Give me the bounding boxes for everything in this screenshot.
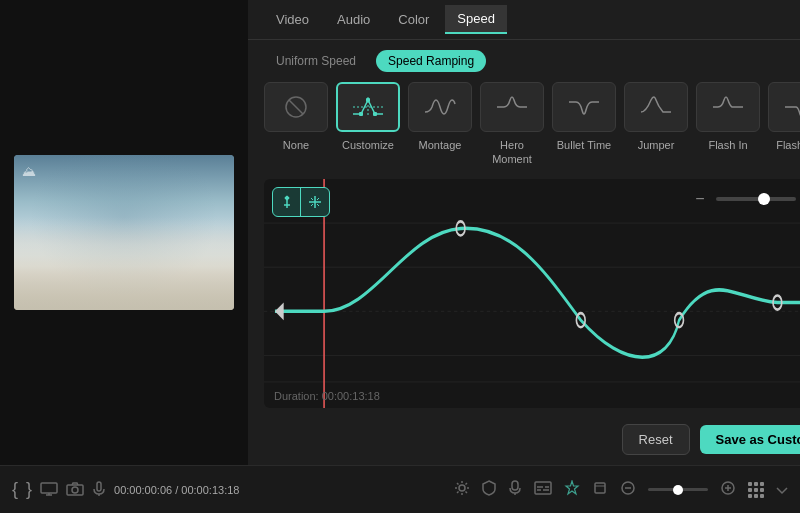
video-preview: ⛰ bbox=[14, 155, 234, 310]
zoom-slider-thumb bbox=[758, 193, 770, 205]
svg-line-1 bbox=[289, 100, 303, 114]
bottom-right-icons bbox=[454, 480, 788, 500]
preset-hero-moment[interactable]: Hero Moment bbox=[480, 82, 544, 167]
preset-flash-in[interactable]: Flash In bbox=[696, 82, 760, 167]
preset-bullet-time-icon-box bbox=[552, 82, 616, 132]
svg-rect-54 bbox=[595, 483, 605, 493]
timeline-time: 00:00:00:06 / 00:00:13:18 bbox=[114, 484, 239, 496]
svg-line-45 bbox=[466, 483, 468, 485]
preset-customize-label: Customize bbox=[342, 138, 394, 152]
video-preview-panel: ⛰ bbox=[0, 0, 248, 465]
zoom-slider-track[interactable] bbox=[716, 197, 796, 201]
captions-icon[interactable] bbox=[534, 481, 552, 499]
mic-icon[interactable] bbox=[508, 480, 522, 500]
preset-bullet-time-label: Bullet Time bbox=[557, 138, 611, 152]
svg-rect-49 bbox=[535, 482, 551, 494]
zoom-out-button[interactable]: − bbox=[690, 189, 710, 209]
mark-in-button[interactable]: { bbox=[12, 479, 18, 500]
audio-icon[interactable] bbox=[92, 481, 106, 499]
preset-flash-out-label: Flash Out bbox=[776, 138, 800, 152]
camera-icon[interactable] bbox=[66, 482, 84, 498]
preset-jumper[interactable]: Jumper bbox=[624, 82, 688, 167]
save-as-custom-button[interactable]: Save as Custom bbox=[700, 425, 800, 454]
preset-none-label: None bbox=[283, 138, 309, 152]
main-tabs: Video Audio Color Speed bbox=[248, 0, 800, 40]
preset-montage-label: Montage bbox=[419, 138, 462, 152]
preset-none[interactable]: None bbox=[264, 82, 328, 167]
reset-button[interactable]: Reset bbox=[622, 424, 690, 455]
preset-none-icon-box bbox=[264, 82, 328, 132]
svg-rect-36 bbox=[97, 482, 101, 491]
preset-flash-out[interactable]: Flash Out bbox=[768, 82, 800, 167]
chevron-down-icon[interactable] bbox=[776, 481, 788, 499]
mark-out-button[interactable]: } bbox=[26, 479, 32, 500]
svg-line-19 bbox=[317, 204, 319, 206]
preset-flash-out-icon-box bbox=[768, 82, 800, 132]
svg-line-16 bbox=[311, 198, 313, 200]
tab-color[interactable]: Color bbox=[386, 6, 441, 33]
tab-speed[interactable]: Speed bbox=[445, 5, 507, 34]
timeline-controls: { } 00:00:00:06 / 00:00:13:18 bbox=[12, 479, 239, 500]
preset-hero-moment-icon-box bbox=[480, 82, 544, 132]
shield-icon[interactable] bbox=[482, 480, 496, 500]
curve-btn-group bbox=[272, 187, 330, 217]
svg-line-18 bbox=[311, 204, 313, 206]
svg-line-17 bbox=[317, 198, 319, 200]
preview-icon: ⛰ bbox=[22, 163, 36, 179]
svg-rect-31 bbox=[41, 483, 57, 493]
curve-editor: − + bbox=[264, 179, 800, 408]
preset-flash-in-label: Flash In bbox=[708, 138, 747, 152]
preset-montage-icon-box bbox=[408, 82, 472, 132]
curve-svg bbox=[264, 179, 800, 408]
preset-jumper-label: Jumper bbox=[638, 138, 675, 152]
sun-icon[interactable] bbox=[454, 480, 470, 500]
svg-rect-8 bbox=[359, 112, 363, 116]
preset-montage[interactable]: Montage bbox=[408, 82, 472, 167]
zoom-bottom-track[interactable] bbox=[648, 488, 708, 491]
crop-icon[interactable] bbox=[592, 480, 608, 500]
svg-rect-47 bbox=[512, 481, 518, 490]
zoom-bottom-control bbox=[648, 488, 708, 491]
svg-line-46 bbox=[457, 491, 459, 493]
presets-grid: None Customiz bbox=[248, 82, 800, 179]
add-keyframe-button[interactable] bbox=[273, 188, 301, 216]
action-buttons: Reset Save as Custom bbox=[248, 418, 800, 465]
svg-line-43 bbox=[457, 483, 459, 485]
tab-video[interactable]: Video bbox=[264, 6, 321, 33]
preset-customize[interactable]: Customize bbox=[336, 82, 400, 167]
preset-jumper-icon-box bbox=[624, 82, 688, 132]
monitor-icon[interactable] bbox=[40, 482, 58, 498]
sub-tab-speed-ramping[interactable]: Speed Ramping bbox=[376, 50, 486, 72]
svg-marker-30 bbox=[275, 302, 284, 320]
svg-line-44 bbox=[466, 491, 468, 493]
freeze-frame-button[interactable] bbox=[301, 188, 329, 216]
svg-rect-11 bbox=[284, 195, 290, 201]
tab-audio[interactable]: Audio bbox=[325, 6, 382, 33]
curve-toolbar bbox=[272, 187, 330, 217]
minus-circle-icon[interactable] bbox=[620, 480, 636, 500]
controls-panel: Video Audio Color Speed Uniform Speed Sp… bbox=[248, 0, 800, 465]
zoom-bottom-thumb bbox=[673, 485, 683, 495]
sub-tab-uniform-speed[interactable]: Uniform Speed bbox=[264, 50, 368, 72]
sub-tabs: Uniform Speed Speed Ramping bbox=[248, 40, 800, 82]
preset-bullet-time[interactable]: Bullet Time bbox=[552, 82, 616, 167]
svg-rect-9 bbox=[366, 98, 370, 102]
svg-point-35 bbox=[72, 487, 78, 493]
svg-point-38 bbox=[459, 485, 465, 491]
grid-view-icon[interactable] bbox=[748, 482, 764, 498]
preset-customize-icon-box bbox=[336, 82, 400, 132]
effects-icon[interactable] bbox=[564, 480, 580, 500]
zoom-controls: − + bbox=[690, 189, 800, 209]
svg-rect-10 bbox=[373, 112, 377, 116]
preset-hero-moment-label: Hero Moment bbox=[480, 138, 544, 167]
plus-circle-icon[interactable] bbox=[720, 480, 736, 500]
preset-flash-in-icon-box bbox=[696, 82, 760, 132]
bottom-toolbar: { } 00:00:00:06 / 00:00:13:18 bbox=[0, 465, 800, 513]
duration-label: Duration: 00:00:13:18 bbox=[274, 390, 380, 402]
